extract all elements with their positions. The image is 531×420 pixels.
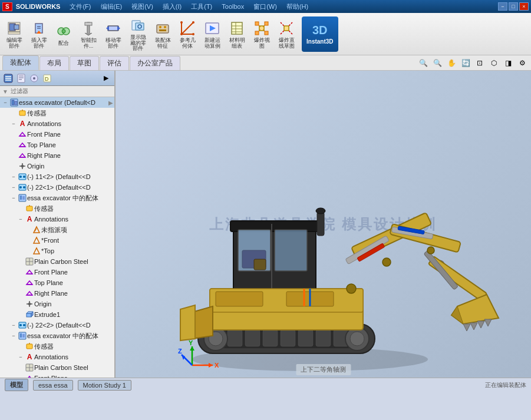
expand-sensors-1[interactable] [9, 109, 18, 117]
new-motion-label: 新建运动算例 [205, 38, 220, 49]
assembly-feature-button[interactable]: 装配体特征 [151, 18, 174, 51]
tree-material-1[interactable]: Plain Carbon Steel [0, 256, 114, 267]
menu-edit[interactable]: 编辑(E) [96, 1, 127, 12]
menu-toolbox[interactable]: Toolbox [217, 2, 249, 11]
tree-material-2[interactable]: Plain Carbon Steel [0, 362, 114, 373]
expand-annotations-sub-2[interactable]: − [17, 353, 25, 361]
tree-right-plane-1[interactable]: Right Plane [0, 150, 114, 161]
expand-essa-sub-1[interactable]: − [9, 194, 18, 202]
mate-button[interactable]: 配合 [52, 21, 75, 48]
svg-rect-146 [216, 292, 263, 306]
svg-line-23 [182, 22, 193, 34]
expand-annotations-1[interactable]: − [9, 120, 18, 128]
tree-front-sub[interactable]: *Front [0, 235, 114, 246]
status-tab-essa[interactable]: essa essa [33, 380, 73, 391]
tab-evaluate[interactable]: 评估 [100, 56, 129, 70]
expand-annotations-sub-1[interactable]: − [17, 215, 25, 223]
svg-rect-2 [14, 25, 19, 29]
config-manager-icon[interactable] [28, 72, 40, 84]
assembly-22-2-label: (-) 22<2> (Default<<D [27, 322, 91, 329]
svg-marker-163 [463, 324, 470, 331]
sidebar-header: D ▶ [0, 71, 114, 86]
tree-unassigned[interactable]: 未指派项 [0, 224, 114, 235]
view-orient-button[interactable]: ⬡ [487, 57, 500, 69]
plane-icon-1 [18, 130, 27, 139]
ref-geometry-button[interactable]: 参考几何体 [176, 18, 199, 51]
zoom-in-button[interactable]: 🔍 [417, 57, 430, 69]
menu-insert[interactable]: 插入(I) [158, 1, 186, 12]
root-expand[interactable]: − [1, 98, 9, 107]
tree-essa-sub-2[interactable]: − essa excavator 中的配体 [0, 330, 114, 341]
tree-essa-sub-1[interactable]: − essa excavator 中的配体 [0, 193, 114, 203]
tree-11-2[interactable]: − (-) 11<2> (Default<<D [0, 171, 114, 182]
tree-annotations-1[interactable]: − A Annotations [0, 118, 114, 129]
expand-22-2[interactable]: − [9, 321, 18, 329]
move-part-button[interactable]: 移动零部件 [101, 18, 125, 51]
tree-sensors-sub-1[interactable]: 传感器 [0, 203, 114, 214]
tree-sensors-sub-2[interactable]: 传感器 [0, 341, 114, 352]
tree-top-sub[interactable]: *Top [0, 246, 114, 256]
top-plane-label-1: Top Plane [27, 141, 56, 148]
tree-origin-sub-1[interactable]: Origin [0, 299, 114, 309]
tree-front-plane-sub-2[interactable]: Front Plane [0, 373, 114, 378]
menu-help[interactable]: 帮助(H) [282, 1, 313, 12]
svg-point-60 [33, 77, 35, 80]
edit-part-button[interactable]: 编辑零部件 [2, 18, 26, 51]
3d-viewport[interactable]: 上海非凡道具学院 模具设计培训 [116, 71, 531, 378]
annotation-icon-1: A [18, 119, 27, 128]
expand-essa-sub-2[interactable]: − [9, 332, 18, 340]
expand-22-1[interactable]: − [9, 183, 18, 191]
tree-annotations-sub-1[interactable]: − A Annotations [0, 214, 114, 224]
tab-layout[interactable]: 布局 [39, 56, 69, 70]
tree-annotations-sub-2[interactable]: − A Annotations [0, 352, 114, 362]
tab-assembly[interactable]: 装配体 [2, 55, 39, 70]
tree-extrude1[interactable]: Extrude1 [0, 309, 114, 320]
svg-rect-40 [255, 31, 259, 35]
new-motion-button[interactable]: 新建运动算例 [200, 18, 224, 51]
tree-22-2[interactable]: − (-) 22<2> (Default<<D [0, 320, 114, 330]
tree-origin-1[interactable]: Origin [0, 161, 114, 171]
tab-sketch[interactable]: 草图 [70, 56, 99, 70]
feature-manager-icon[interactable] [2, 72, 14, 84]
property-manager-icon[interactable] [15, 72, 27, 84]
expand-11-2[interactable]: − [9, 173, 18, 181]
tree-top-plane-1[interactable]: Top Plane [0, 140, 114, 150]
minimize-button[interactable]: − [498, 2, 507, 11]
rotate-button[interactable]: 🔄 [459, 57, 472, 69]
tree-sensors-1[interactable]: 传感器 [0, 108, 114, 118]
tab-office[interactable]: 办公室产品 [130, 56, 180, 70]
status-tab-model[interactable]: 模型 [5, 379, 28, 391]
status-tab-motion[interactable]: Motion Study 1 [78, 380, 131, 391]
explode-button[interactable]: 爆炸视图 [250, 18, 273, 51]
pan-button[interactable]: ✋ [445, 57, 458, 69]
tree-front-plane-sub-1[interactable]: Front Plane [0, 267, 114, 277]
menu-file[interactable]: 文件(F) [65, 1, 95, 12]
tree-top-plane-sub-1[interactable]: Top Plane [0, 277, 114, 288]
svg-text:X: X [215, 362, 219, 369]
scroll-arrow: ▶ [108, 100, 114, 106]
origin-sub-label-1: Origin [34, 300, 51, 307]
tree-front-plane-1[interactable]: Front Plane [0, 129, 114, 140]
section-button[interactable]: ⊡ [473, 57, 486, 69]
tree-root[interactable]: − essa excavator (Default<D ▶ [0, 97, 114, 108]
tree-22-1[interactable]: − (-) 22<1> (Default<<D [0, 182, 114, 193]
sidebar-expand-button[interactable]: ▶ [100, 72, 112, 84]
menu-view[interactable]: 视图(V) [127, 1, 158, 12]
instant3d-button[interactable]: 3D Instant3D [302, 16, 338, 52]
close-button[interactable]: × [519, 2, 529, 11]
explode-line-button[interactable]: 爆炸直线草图 [275, 18, 298, 51]
insert-part-button[interactable]: 插入零部件 [27, 18, 51, 51]
show-hidden-button[interactable]: 显示隐藏的零部件 [126, 15, 150, 54]
smart-fastener-button[interactable]: 智能扣件... [77, 18, 100, 51]
svg-point-28 [180, 21, 183, 24]
dimxpert-manager-icon[interactable]: D [41, 72, 53, 84]
material-bom-label: 材料明细表 [229, 38, 245, 49]
settings-button[interactable]: ⚙ [516, 57, 529, 69]
menu-tools[interactable]: 工具(T) [186, 1, 217, 12]
menu-window[interactable]: 窗口(W) [249, 1, 282, 12]
maximize-button[interactable]: □ [509, 2, 518, 11]
material-bom-button[interactable]: 材料明细表 [225, 18, 249, 51]
zoom-out-button[interactable]: 🔍 [431, 57, 444, 69]
display-style-button[interactable]: ◨ [502, 57, 514, 69]
tree-right-plane-sub-1[interactable]: Right Plane [0, 288, 114, 299]
